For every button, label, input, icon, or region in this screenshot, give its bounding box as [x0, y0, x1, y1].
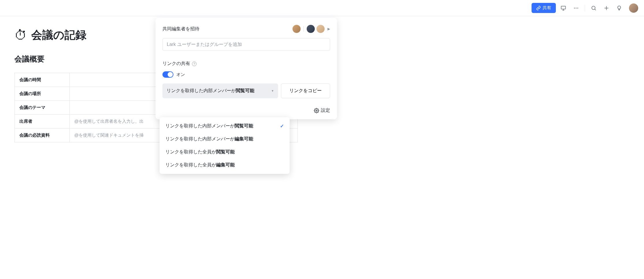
avatar-divider: [304, 26, 304, 32]
search-button[interactable]: [589, 3, 599, 13]
dots-icon: [573, 5, 579, 11]
link-share-label: リンクの共有: [162, 61, 190, 67]
permission-dropdown-menu: リンクを取得した内部メンバーが閲覧可能 ✓ リンクを取得した内部メンバーが編集可…: [160, 117, 290, 154]
settings-row: 設定: [162, 107, 330, 114]
svg-rect-0: [561, 6, 566, 9]
toolbar-divider: [585, 5, 585, 12]
svg-point-3: [574, 8, 575, 8]
link-permission-dropdown[interactable]: リンクを取得した内部メンバーが閲覧可能 ▼: [162, 83, 278, 98]
doc-emoji: ⏱: [14, 28, 27, 42]
dropdown-option[interactable]: リンクを取得した内部メンバーが閲覧可能 ✓: [160, 120, 290, 133]
row-label[interactable]: 会議のテーマ: [15, 101, 70, 115]
toolbar: 共有: [0, 0, 644, 16]
collab-avatar[interactable]: [293, 25, 301, 33]
toggle-knob: [168, 72, 173, 77]
lightbulb-icon: [616, 5, 622, 11]
toggle-label: オン: [176, 72, 185, 77]
link-controls: リンクを取得した内部メンバーが閲覧可能 ▼ リンクをコピー: [162, 83, 330, 98]
doc-title[interactable]: 会議の記録: [31, 28, 86, 42]
dropdown-selected-text: リンクを取得した内部メンバーが閲覧可能: [166, 88, 254, 94]
plus-icon: [604, 5, 609, 11]
share-button[interactable]: 共有: [532, 3, 556, 13]
tips-button[interactable]: [614, 3, 624, 13]
row-label[interactable]: 出席者: [15, 115, 70, 129]
settings-label: 設定: [321, 107, 330, 114]
svg-point-5: [577, 8, 578, 8]
option-text: リンクを取得した内部メンバーが編集可能: [165, 136, 253, 142]
check-icon: ✓: [280, 123, 284, 129]
dropdown-option[interactable]: リンクを取得した内部メンバーが編集可能: [160, 133, 290, 146]
search-icon: [591, 5, 597, 11]
svg-point-4: [576, 8, 577, 8]
svg-point-10: [316, 110, 317, 111]
invite-input[interactable]: [162, 38, 330, 51]
link-share-toggle[interactable]: [162, 71, 173, 78]
present-button[interactable]: [558, 3, 569, 13]
dropdown-option[interactable]: リンクを取得した全員が閲覧可能: [160, 146, 290, 154]
more-button[interactable]: [571, 3, 581, 13]
row-label[interactable]: 会議の場所: [15, 87, 70, 101]
collab-avatar[interactable]: [307, 25, 315, 33]
toggle-row: オン: [162, 71, 330, 78]
option-text: リンクを取得した内部メンバーが閲覧可能: [165, 123, 253, 129]
presentation-icon: [560, 5, 566, 11]
link-share-section: リンクの共有 ? オン リンクを取得した内部メンバーが閲覧可能 ▼ リンクをコピ…: [162, 61, 330, 114]
share-panel: 共同編集者を招待 ▶ リンクの共有 ? オン リンクを取得した内部メンバーが閲覧…: [156, 18, 337, 119]
link-share-label-row: リンクの共有 ?: [162, 61, 330, 67]
copy-link-button[interactable]: リンクをコピー: [281, 83, 330, 98]
chevron-right-icon[interactable]: ▶: [327, 27, 330, 31]
svg-line-7: [595, 9, 596, 10]
user-avatar[interactable]: [629, 3, 638, 13]
help-icon[interactable]: ?: [192, 62, 197, 66]
row-label[interactable]: 会議の必読資料: [15, 129, 70, 142]
link-icon: [536, 6, 541, 10]
invite-title: 共同編集者を招待: [162, 26, 199, 32]
chevron-down-icon: ▼: [271, 89, 274, 93]
add-button[interactable]: [601, 3, 612, 13]
row-label[interactable]: 会議の時間: [15, 73, 70, 87]
settings-button[interactable]: 設定: [314, 107, 330, 114]
share-button-label: 共有: [543, 5, 551, 11]
collab-avatar[interactable]: [317, 25, 325, 33]
option-text: リンクを取得した全員が閲覧可能: [165, 149, 235, 154]
collaborator-avatars[interactable]: ▶: [293, 25, 330, 33]
panel-header: 共同編集者を招待 ▶: [162, 25, 330, 33]
gear-icon: [314, 108, 319, 113]
svg-point-6: [592, 6, 595, 10]
